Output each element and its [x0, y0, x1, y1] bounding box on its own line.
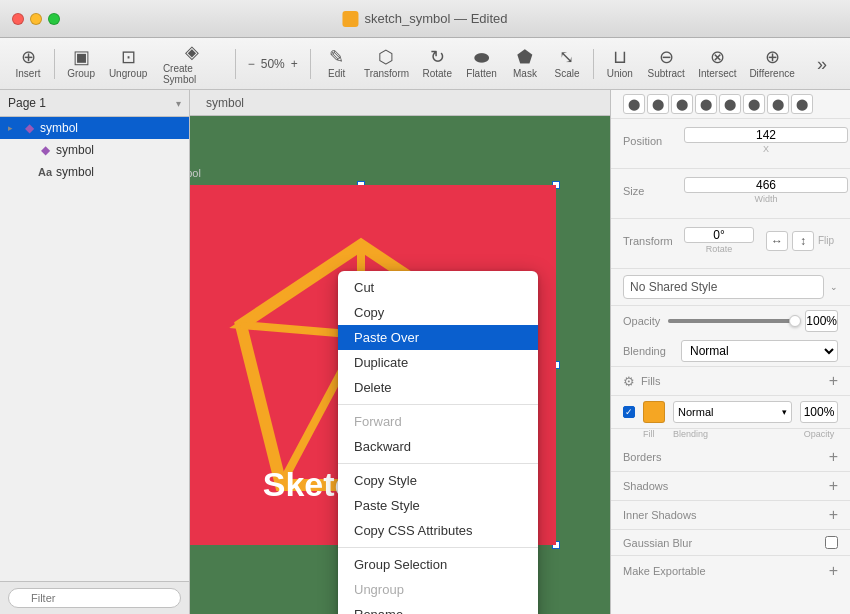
menu-item-cut[interactable]: Cut — [338, 275, 538, 300]
menu-item-duplicate[interactable]: Duplicate — [338, 350, 538, 375]
right-panel: ⬤ ⬤ ⬤ ⬤ ⬤ ⬤ ⬤ ⬤ Position X Y — [610, 90, 850, 614]
distribute-v-button[interactable]: ⬤ — [791, 94, 813, 114]
fills-add-button[interactable]: + — [829, 373, 838, 389]
menu-item-paste-style[interactable]: Paste Style — [338, 493, 538, 518]
opacity-value[interactable]: 100% — [805, 310, 838, 332]
scale-icon: ⤡ — [559, 48, 574, 66]
more-icon: » — [817, 55, 827, 73]
canvas-content[interactable]: symbol — [190, 116, 610, 614]
menu-item-paste-over[interactable]: Paste Over — [338, 325, 538, 350]
page-header[interactable]: Page 1 ▾ — [0, 90, 189, 117]
menu-item-delete[interactable]: Delete — [338, 375, 538, 400]
opacity-slider-thumb[interactable] — [789, 315, 801, 327]
menu-item-rename[interactable]: Rename — [338, 602, 538, 614]
scale-label: Scale — [554, 68, 579, 79]
page-arrow-icon: ▾ — [176, 98, 181, 109]
fill-color-sublabel: Fill — [643, 429, 665, 439]
opacity-row: Opacity 100% — [611, 306, 850, 336]
zoom-minus[interactable]: − — [248, 57, 255, 71]
more-button[interactable]: » — [802, 51, 842, 77]
mask-button[interactable]: ⬟ Mask — [505, 44, 545, 83]
group-button[interactable]: ▣ Group — [61, 44, 101, 83]
symbol-type-icon: ◆ — [38, 143, 52, 157]
fill-blending-arrow-icon: ▾ — [782, 407, 787, 417]
shadows-add-button[interactable]: + — [829, 478, 838, 494]
insert-label: Insert — [16, 68, 41, 79]
difference-button[interactable]: ⊕ Difference — [744, 44, 800, 83]
page-label: Page 1 — [8, 96, 46, 110]
borders-add-button[interactable]: + — [829, 449, 838, 465]
shared-style-select[interactable]: No Shared Style — [623, 275, 824, 299]
align-center-h-button[interactable]: ⬤ — [647, 94, 669, 114]
rotate-input[interactable] — [684, 227, 754, 243]
insert-button[interactable]: ⊕ Insert — [8, 44, 48, 83]
fill-blending-select[interactable]: Normal ▾ — [673, 401, 792, 423]
exportable-row: Make Exportable + — [611, 556, 850, 586]
union-label: Union — [607, 68, 633, 79]
menu-item-copy[interactable]: Copy — [338, 300, 538, 325]
traffic-lights — [12, 13, 60, 25]
borders-header: Borders + — [611, 443, 850, 472]
size-fields: Width 🔗 Height — [684, 177, 850, 204]
shared-style-arrow-icon: ⌄ — [830, 282, 838, 292]
zoom-control[interactable]: − 50% + — [242, 57, 304, 71]
menu-item-copy-css[interactable]: Copy CSS Attributes — [338, 518, 538, 543]
flip-horizontal-button[interactable]: ↔ — [766, 231, 788, 251]
fill-enabled-checkbox[interactable] — [623, 406, 635, 418]
opacity-slider[interactable] — [668, 319, 797, 323]
maximize-button[interactable] — [48, 13, 60, 25]
align-center-v-button[interactable]: ⬤ — [719, 94, 741, 114]
menu-item-copy-style[interactable]: Copy Style — [338, 468, 538, 493]
edit-button[interactable]: ✎ Edit — [317, 44, 357, 83]
intersect-button[interactable]: ⊗ Intersect — [693, 44, 743, 83]
menu-item-group-selection[interactable]: Group Selection — [338, 552, 538, 577]
fill-blending-sublabel: Blending — [673, 429, 792, 439]
fills-settings: ⚙ Fills — [623, 374, 661, 389]
window-title: sketch_symbol — Edited — [342, 11, 507, 27]
menu-item-backward[interactable]: Backward — [338, 434, 538, 459]
transform-button[interactable]: ⬡ Transform — [359, 44, 415, 83]
close-button[interactable] — [12, 13, 24, 25]
minimize-button[interactable] — [30, 13, 42, 25]
gaussian-blur-header: Gaussian Blur — [611, 530, 850, 556]
fill-color-swatch[interactable] — [643, 401, 665, 423]
fill-opacity-value[interactable]: 100% — [800, 401, 838, 423]
position-row: Position X Y — [623, 127, 838, 154]
toolbar-separator-2 — [235, 49, 236, 79]
rotate-button[interactable]: ↻ Rotate — [416, 44, 458, 83]
fills-header: ⚙ Fills + — [611, 367, 850, 396]
fills-settings-icon[interactable]: ⚙ — [623, 374, 635, 389]
layer-item[interactable]: ◆ symbol — [0, 139, 189, 161]
search-input[interactable] — [8, 588, 181, 608]
flatten-label: Flatten — [466, 68, 497, 79]
subtract-button[interactable]: ⊖ Subtract — [642, 44, 691, 83]
flip-vertical-button[interactable]: ↕ — [792, 231, 814, 251]
inner-shadows-add-button[interactable]: + — [829, 507, 838, 523]
flatten-button[interactable]: ⬬ Flatten — [460, 44, 503, 83]
fill-check-sublabel — [623, 429, 635, 439]
zoom-plus[interactable]: + — [291, 57, 298, 71]
ungroup-button[interactable]: ⊡ Ungroup — [103, 44, 153, 83]
group-icon: ▣ — [73, 48, 90, 66]
layer-item[interactable]: Aa symbol — [0, 161, 189, 183]
svg-marker-0 — [345, 14, 355, 24]
rotate-label: Rotate — [684, 244, 754, 254]
align-right-button[interactable]: ⬤ — [671, 94, 693, 114]
intersect-icon: ⊗ — [710, 48, 725, 66]
position-section: Position X Y — [611, 119, 850, 169]
x-input[interactable] — [684, 127, 848, 143]
align-bottom-button[interactable]: ⬤ — [743, 94, 765, 114]
exportable-add-button[interactable]: + — [829, 562, 838, 580]
distribute-h-button[interactable]: ⬤ — [767, 94, 789, 114]
scale-button[interactable]: ⤡ Scale — [547, 44, 587, 83]
union-button[interactable]: ⊔ Union — [600, 44, 640, 83]
align-left-button[interactable]: ⬤ — [623, 94, 645, 114]
gaussian-blur-checkbox[interactable] — [825, 536, 838, 549]
symbol-type-icon: ◆ — [22, 121, 36, 135]
layer-name: symbol — [40, 121, 78, 135]
width-input[interactable] — [684, 177, 848, 193]
layer-item[interactable]: ▸ ◆ symbol — [0, 117, 189, 139]
blending-select[interactable]: Normal — [681, 340, 838, 362]
create-symbol-button[interactable]: ◈ Create Symbol — [155, 39, 229, 89]
align-top-button[interactable]: ⬤ — [695, 94, 717, 114]
